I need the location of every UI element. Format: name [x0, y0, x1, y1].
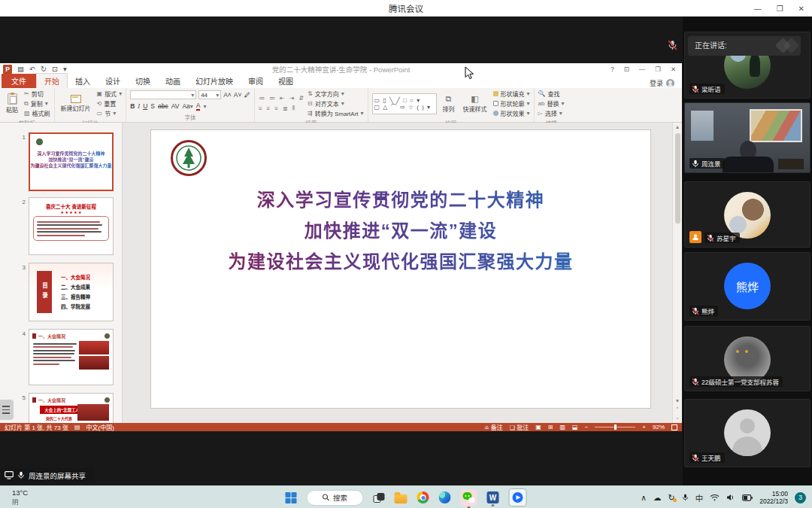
change-case-button[interactable]: Aa▾	[182, 102, 192, 110]
slide-thumbnail-5[interactable]: 一、大会简况 大会上的“北理工人” 党的二十大代表	[29, 393, 114, 423]
close-icon[interactable]: ✕	[798, 5, 804, 13]
tray-expand-icon[interactable]: ∧	[641, 493, 647, 502]
shape-effects-button[interactable]: 形状效果 ▾	[493, 109, 530, 117]
slide-thumbnail-4[interactable]: 一、大会简况	[29, 329, 114, 385]
wechat-button[interactable]	[461, 489, 477, 506]
clock[interactable]: 15:00 2022/12/3	[759, 490, 788, 505]
line-spacing-icon[interactable]: ⇵	[298, 95, 304, 102]
onedrive-cloud-icon[interactable]: ☁	[653, 493, 662, 502]
text-direction-button[interactable]: ⇅文字方向 ▾	[308, 90, 364, 98]
slideshow-view-icon[interactable]: ⬓	[572, 424, 578, 430]
font-size-combo[interactable]: 44▾	[198, 90, 221, 99]
notes-button[interactable]: ≐ 备注	[484, 423, 503, 431]
tab-review[interactable]: 审阅	[241, 74, 271, 88]
next-slide-icon[interactable]: ⌄	[673, 415, 682, 421]
shrink-font-icon[interactable]: A˅	[234, 91, 242, 99]
screen-share-chip[interactable]: 周连景的屏幕共享	[0, 468, 95, 482]
tray-mic-icon[interactable]	[682, 493, 689, 502]
tab-home[interactable]: 开始	[36, 73, 68, 88]
battery-icon[interactable]	[742, 494, 753, 501]
normal-view-icon[interactable]: ▣	[535, 424, 541, 430]
file-explorer-button[interactable]	[395, 494, 408, 503]
start-button[interactable]	[286, 492, 297, 503]
reset-button[interactable]: ⟲重置	[97, 99, 123, 108]
fit-slide-icon[interactable]	[671, 424, 677, 430]
meeting-panel-toggle[interactable]	[0, 400, 14, 420]
strikethrough-button[interactable]: abc	[158, 102, 168, 110]
layout-button[interactable]: ▣版式 ▾	[97, 90, 123, 98]
increase-indent-icon[interactable]: ⇥	[289, 95, 295, 102]
underline-button[interactable]: U	[143, 102, 147, 110]
new-slide-button[interactable]: 新建幻灯片	[59, 95, 93, 112]
participant-tile[interactable]: 22级硕士第一党支部程苏蓉	[684, 326, 810, 391]
powerpoint-logo-icon[interactable]: P	[3, 65, 12, 74]
sign-in-button[interactable]: 登录	[650, 78, 682, 88]
help-icon[interactable]: ?	[611, 65, 614, 73]
slide-thumbnail-panel[interactable]: 1 深入学习宣传贯彻党的二十大精神 加快推进“双一流”建设 为建设社会主义现代化…	[0, 123, 123, 423]
align-right-icon[interactable]: ≡	[274, 105, 278, 112]
zoom-out-icon[interactable]: −	[585, 424, 589, 430]
shapes-gallery[interactable]: ▭ ▯ ╲ ╱ □ ○ ▾ ▢ △ ⌒ ⇨ ☆ ( ) ▾	[372, 93, 437, 114]
weather-widget[interactable]: 13°C 阴	[12, 488, 28, 506]
align-text-button[interactable]: ⊟对齐文本 ▾	[308, 99, 364, 108]
search-box[interactable]: 搜索	[307, 490, 364, 506]
paste-button[interactable]: 粘贴	[4, 93, 20, 114]
shape-fill-button[interactable]: 形状填充 ▾	[493, 90, 530, 98]
smartart-button[interactable]: ⇶转换为 SmartArt ▾	[308, 109, 364, 117]
columns-icon[interactable]: ⫴	[292, 105, 295, 112]
italic-button[interactable]: I	[138, 102, 140, 110]
edge-button[interactable]	[439, 491, 451, 503]
slide-sorter-view-icon[interactable]: ⊞	[548, 424, 553, 430]
minimize-icon[interactable]: —	[754, 5, 762, 13]
notification-badge[interactable]: 3	[795, 492, 806, 503]
maximize-icon[interactable]: ❐	[777, 5, 783, 13]
participant-tile[interactable]: 苏星宇	[684, 181, 810, 248]
ime-indicator[interactable]: 中	[695, 492, 704, 503]
font-color-button[interactable]: A	[196, 102, 201, 111]
align-left-icon[interactable]: ≡	[259, 105, 262, 112]
ribbon-options-icon[interactable]: ⊡	[624, 65, 629, 73]
grow-font-icon[interactable]: A˄	[223, 91, 232, 99]
tab-transitions[interactable]: 切换	[128, 74, 158, 88]
participant-tile[interactable]: 王天鹏	[684, 399, 810, 467]
shape-outline-button[interactable]: 形状轮廓 ▾	[493, 99, 530, 108]
wifi-icon[interactable]	[710, 494, 720, 501]
scroll-down-icon[interactable]: ▼	[673, 398, 682, 403]
align-center-icon[interactable]: ≡	[267, 105, 271, 112]
task-view-button[interactable]	[374, 493, 385, 503]
volume-icon[interactable]	[726, 494, 735, 501]
tab-design[interactable]: 设计	[98, 74, 128, 88]
tab-animations[interactable]: 动画	[158, 74, 188, 88]
decrease-indent-icon[interactable]: ⇤	[280, 95, 285, 102]
quick-styles-button[interactable]: ◧ 快速样式	[461, 94, 489, 113]
bold-button[interactable]: B	[130, 102, 135, 110]
participant-tile[interactable]: 熊烨 熊烨	[684, 252, 810, 321]
justify-icon[interactable]: ≣	[283, 105, 288, 112]
bullets-icon[interactable]: ≔	[259, 95, 265, 102]
zoom-level[interactable]: 92%	[653, 424, 665, 430]
arrange-button[interactable]: ⧉ 排列	[441, 94, 457, 113]
replace-button[interactable]: ab替换 ▾	[538, 99, 565, 108]
tab-insert[interactable]: 插入	[68, 74, 98, 88]
cut-button[interactable]: ✂剪切	[24, 90, 50, 98]
section-button[interactable]: ▭节 ▾	[97, 109, 123, 117]
zoom-slider[interactable]	[595, 427, 635, 427]
text-shadow-button[interactable]: S	[150, 102, 155, 110]
clear-formatting-icon[interactable]: 🖉	[244, 91, 250, 99]
slide-canvas[interactable]: 深入学习宣传贯彻党的二十大精神 加快推进“双一流”建设 为建设社会主义现代化强国…	[123, 123, 672, 423]
font-name-combo[interactable]: ▾	[130, 90, 196, 99]
slide-thumbnail-2[interactable]: 喜庆二十大 奋进新征程 ★ ★ ★ ★ ★	[29, 197, 114, 255]
numbering-icon[interactable]: ≕	[269, 95, 275, 102]
tencent-meeting-button[interactable]	[509, 488, 527, 506]
tab-slideshow[interactable]: 幻灯片放映	[188, 74, 241, 88]
find-button[interactable]: 🔍查找	[538, 90, 565, 98]
format-painter-button[interactable]: ▨格式刷	[24, 109, 50, 117]
previous-slide-icon[interactable]: ⌃	[673, 406, 682, 412]
vertical-scrollbar[interactable]: ▲ ▼ ⌃ ⌄	[672, 123, 682, 423]
scroll-up-icon[interactable]: ▲	[673, 124, 682, 129]
slide-thumbnail-1[interactable]: 深入学习宣传贯彻党的二十大精神 加快推进“双一流”建设 为建设社会主义现代化强国…	[29, 132, 114, 191]
word-button[interactable]: W	[487, 491, 499, 503]
slide-thumbnail-3[interactable]: 目录 一、大会简况 二、大会成果 三、报告精神 四、学院发展	[29, 263, 114, 321]
tab-file[interactable]: 文件	[2, 74, 36, 88]
tab-view[interactable]: 视图	[271, 74, 301, 88]
